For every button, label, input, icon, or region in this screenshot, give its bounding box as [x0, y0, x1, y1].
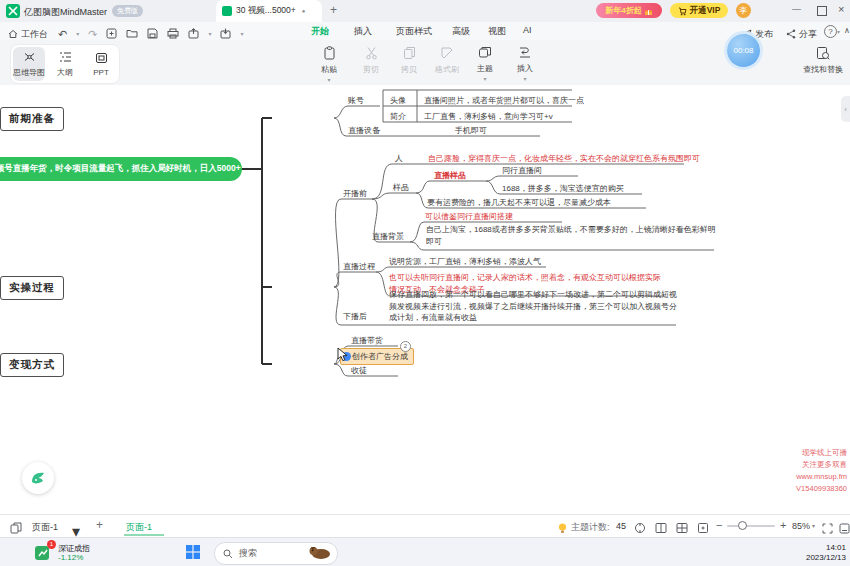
central-topic[interactable]: 视频号直播年货，时令项目流量起飞，抓住入局好时机，日入5000+: [0, 157, 242, 181]
watermark-line: 关注更多双喜: [796, 459, 847, 471]
mode-ppt-label: PPT: [93, 68, 109, 77]
topic-background-ref[interactable]: 可以借鉴同行直播间搭建: [425, 212, 513, 222]
cut-button[interactable]: 剪切: [352, 46, 390, 75]
topic-person-detail[interactable]: 自己露脸，穿得喜庆一点，化妆成年轻些，实在不会的就穿红色系有氛围即可: [428, 154, 700, 164]
menu-tab-ai[interactable]: AI: [523, 25, 532, 35]
clock-time: 14:01: [794, 543, 846, 553]
fullscreen-icon[interactable]: [822, 520, 833, 538]
redo-icon[interactable]: ↷: [88, 28, 97, 41]
topic-background[interactable]: 直播背景: [372, 232, 404, 242]
taskbar-search[interactable]: 搜索: [214, 542, 338, 565]
theme-button[interactable]: 主题 ▾: [466, 46, 504, 83]
new-tab-button[interactable]: +: [330, 3, 337, 17]
panel-collapse-handle[interactable]: ‹: [841, 96, 850, 122]
collapse-ribbon-icon[interactable]: ∧: [844, 26, 850, 35]
collapse-statusbar-icon[interactable]: [839, 520, 850, 538]
fit-window-icon[interactable]: [697, 520, 709, 538]
page-tab-active[interactable]: 页面-1: [126, 521, 152, 534]
zoom-level[interactable]: 85%: [792, 521, 810, 531]
outline-panel-icon[interactable]: [655, 520, 667, 538]
menu-tab-pagestyle[interactable]: 页面样式: [396, 25, 432, 38]
clock-date: 2023/12/13: [794, 553, 846, 563]
notification-badge: 1: [47, 540, 56, 549]
zoom-slider-track[interactable]: [727, 525, 775, 527]
menu-tab-home[interactable]: 开始: [311, 25, 329, 38]
mindmaster-window: 亿图脑图MindMaster 免费版 30 视频...5000+ ● + 新年4…: [0, 0, 850, 566]
insert-topic-button[interactable]: 插入 ▾: [506, 46, 544, 83]
zoom-out-button[interactable]: −: [716, 519, 722, 531]
topic-after-live[interactable]: 下播后: [343, 312, 367, 322]
format-painter-icon: [440, 46, 454, 60]
theme-label: 主题: [466, 63, 504, 74]
clock[interactable]: 14:01 2023/12/13: [794, 543, 846, 563]
gift-icon: [644, 2, 653, 20]
search-icon: [223, 545, 233, 563]
topic-peer-liveroom[interactable]: 同行直播间: [502, 166, 542, 176]
undo-icon[interactable]: ↶: [58, 28, 67, 41]
topic-bio-detail[interactable]: 工厂直售，薄利多销，意向学习可+v: [424, 112, 553, 122]
find-replace-button[interactable]: 查找和替换: [798, 46, 848, 75]
topic-operation[interactable]: 实操过程: [0, 276, 64, 300]
menu-tab-insert[interactable]: 插入: [354, 25, 372, 38]
pages-icon[interactable]: [10, 520, 22, 538]
copy-button[interactable]: 拷贝: [390, 46, 428, 75]
timer-bubble[interactable]: 00:08: [727, 34, 760, 67]
format-painter-button[interactable]: 格式刷: [428, 46, 466, 75]
paste-button[interactable]: 粘贴 ▾: [310, 46, 348, 84]
topic-avatar[interactable]: 头像: [390, 96, 406, 106]
add-page-button[interactable]: +: [96, 518, 103, 532]
start-button[interactable]: [185, 544, 201, 564]
menu-tab-view[interactable]: 视图: [488, 25, 506, 38]
topic-equipment[interactable]: 直播设备: [348, 126, 380, 136]
mode-mindmap[interactable]: 思维导图: [13, 47, 45, 81]
stock-widget-icon[interactable]: 1: [34, 543, 52, 561]
topic-buy-cheap[interactable]: 1688，拼多多，淘宝选便宜的购买: [502, 184, 624, 194]
mindmap-canvas[interactable]: 视频号直播年货，时令项目流量起飞，抓住入局好时机，日入5000+ 前期准备 实操…: [0, 85, 850, 514]
topic-person[interactable]: 人: [395, 154, 403, 164]
close-button[interactable]: ×: [838, 3, 844, 15]
mode-switcher: 思维导图 大纲 PPT: [10, 44, 120, 84]
user-avatar[interactable]: 李: [736, 3, 751, 18]
mouse-cursor-icon: [336, 347, 350, 363]
unsaved-dot-icon: ●: [302, 8, 306, 14]
topic-before-live[interactable]: 开播前: [343, 189, 367, 199]
help-menu-button[interactable]: ?▾: [824, 25, 840, 38]
topic-preparation[interactable]: 前期准备: [0, 107, 64, 131]
topic-sample[interactable]: 样品: [393, 183, 409, 193]
topic-monetization[interactable]: 变现方式: [0, 353, 64, 377]
topic-account[interactable]: 账号: [348, 96, 364, 106]
topic-avatar-detail[interactable]: 直播间照片，或者年货照片都可以，喜庆一点: [424, 96, 584, 106]
topic-equipment-detail[interactable]: 手机即可: [455, 126, 487, 136]
topic-background-detail[interactable]: 自己上淘宝，1688或者拼多多买背景贴纸，不需要多好的，上镜清晰好看色彩鲜明即可: [426, 224, 718, 247]
grid-panel-icon[interactable]: [676, 520, 688, 538]
mode-ppt[interactable]: PPT: [85, 47, 117, 81]
page-selector[interactable]: 页面-1: [32, 521, 58, 534]
document-tab[interactable]: 30 视频...5000+ ●: [216, 0, 322, 22]
search-highlight-image[interactable]: [307, 543, 333, 564]
topic-apprentice[interactable]: 收徒: [351, 366, 367, 376]
zoom-caret-icon[interactable]: ▾: [812, 522, 815, 529]
maximize-button[interactable]: [817, 6, 827, 16]
undo-caret-icon[interactable]: ▾: [76, 32, 79, 37]
toolbar-more-icon[interactable]: ▾: [240, 32, 243, 37]
vip-button[interactable]: 开通VIP: [670, 3, 728, 18]
minimize-button[interactable]: —: [792, 4, 801, 14]
topic-source-pitch[interactable]: 说明货源，工厂直销，薄利多销，添波人气: [389, 257, 541, 267]
publish-label: 发布: [755, 28, 773, 41]
mindmaster-mascot-button[interactable]: [22, 462, 54, 494]
topic-bio[interactable]: 简介: [390, 112, 406, 122]
topic-during-live[interactable]: 直播过程: [343, 262, 375, 272]
export-caret-icon[interactable]: ▾: [208, 32, 211, 37]
stock-change[interactable]: -1.12%: [58, 553, 83, 562]
topic-freight-insurance[interactable]: 要有运费险的，播几天起不来可以退，尽量减少成本: [427, 198, 611, 208]
topic-live-commerce[interactable]: 直播带货: [351, 336, 383, 346]
zoom-slider-knob[interactable]: [738, 521, 747, 530]
menu-tab-advanced[interactable]: 高级: [452, 25, 470, 38]
topic-after-live-detail[interactable]: 保存直播回放，第一个可以看自己哪里不够好下一场改进，第二个可以剪辑成短视频发视频…: [389, 289, 679, 324]
zoom-in-button[interactable]: +: [780, 519, 786, 531]
mode-outline[interactable]: 大纲: [49, 47, 81, 81]
ppt-icon: [95, 52, 108, 66]
topic-live-sample[interactable]: 直播样品: [434, 171, 466, 181]
promo-badge[interactable]: 新年4折起: [596, 3, 662, 18]
drag-mode-icon[interactable]: [634, 520, 646, 538]
